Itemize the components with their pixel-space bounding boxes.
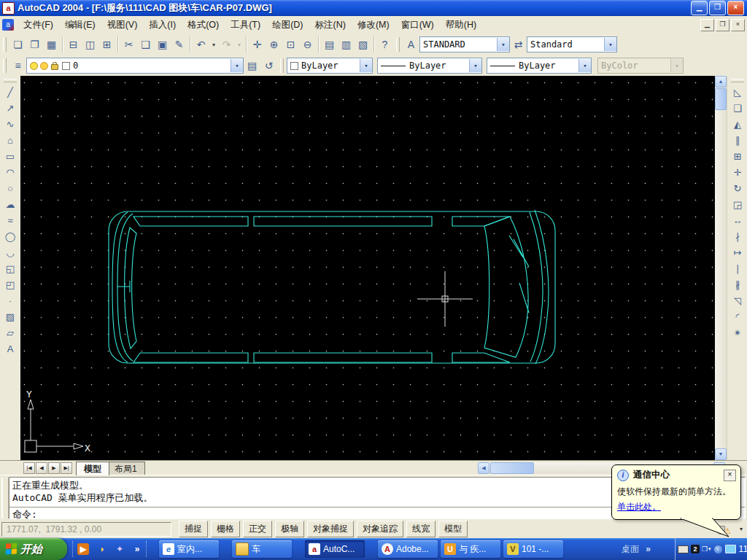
tab-prev-button[interactable]: ◀: [36, 462, 47, 474]
mdi-minimize-button[interactable]: ▁: [700, 19, 714, 31]
mdi-restore-button[interactable]: ❐: [716, 19, 729, 31]
quicklaunch-media-player-icon[interactable]: ▶: [77, 543, 89, 555]
draw-ellipse-arc-button[interactable]: ◡: [1, 244, 19, 260]
toolbar-grip[interactable]: [3, 58, 7, 73]
new-button[interactable]: ❏: [9, 36, 26, 53]
modify-offset-button[interactable]: ∥: [729, 132, 746, 148]
menu-window[interactable]: 窗口(W): [395, 17, 440, 34]
menu-file[interactable]: 文件(F): [18, 17, 59, 34]
draw-make-block-button[interactable]: ◰: [1, 276, 19, 292]
balloon-link[interactable]: 单击此处。: [612, 498, 666, 513]
redo-list-button[interactable]: ▾: [235, 36, 244, 53]
task-autocad[interactable]: a AutoC...: [305, 540, 365, 558]
modify-array-button[interactable]: ⊞: [729, 148, 746, 164]
layer-color-swatch[interactable]: [62, 62, 70, 70]
modify-move-button[interactable]: ✛: [729, 164, 746, 180]
coordinates-readout[interactable]: 1771.07, 1791.32 , 0.00: [1, 522, 171, 537]
print-button[interactable]: ⊟: [65, 36, 82, 53]
status-model-button[interactable]: 模型: [438, 521, 468, 537]
undo-button[interactable]: ↶: [193, 36, 209, 53]
toolbar-grip[interactable]: [4, 79, 17, 82]
toolbar-grip[interactable]: [280, 58, 284, 73]
task-folder-car[interactable]: 车: [232, 540, 292, 558]
desktop-label[interactable]: 桌面: [622, 544, 639, 554]
status-osnap-button[interactable]: 对象捕捉: [307, 521, 354, 537]
vertical-scrollbar[interactable]: ▲ ▼: [715, 76, 727, 460]
hide-tray-icons-button[interactable]: ‹: [713, 545, 723, 554]
minimize-button[interactable]: ▁: [691, 1, 708, 15]
lineweight-combo[interactable]: ByLayer ▾: [487, 58, 592, 74]
toolbar-grip[interactable]: [731, 79, 744, 82]
draw-insert-block-button[interactable]: ◱: [1, 260, 19, 276]
modify-explode-button[interactable]: ✴: [729, 324, 746, 341]
tab-next-button[interactable]: ▶: [48, 462, 60, 474]
menu-draw[interactable]: 绘图(D): [266, 17, 309, 34]
desktop-overflow-icon[interactable]: »: [646, 544, 651, 554]
tab-first-button[interactable]: |◀: [23, 462, 35, 474]
print-preview-button[interactable]: ◫: [82, 36, 98, 53]
tray-dropdown-icon[interactable]: ▾: [708, 546, 711, 552]
status-grid-button[interactable]: 栅格: [211, 521, 240, 537]
draw-revision-cloud-button[interactable]: ☁: [1, 196, 19, 212]
copy-button[interactable]: ❑: [137, 36, 154, 53]
chevron-down-icon[interactable]: ▾: [578, 59, 591, 72]
menu-tools[interactable]: 工具(T): [225, 17, 266, 34]
chevron-down-icon[interactable]: ▾: [469, 59, 481, 72]
vertical-scroll-thumb[interactable]: [715, 88, 727, 110]
status-ortho-button[interactable]: 正交: [243, 521, 272, 537]
menu-help[interactable]: 帮助(H): [440, 17, 482, 34]
layer-lock-icon[interactable]: [51, 64, 58, 70]
status-otrack-button[interactable]: 对象追踪: [357, 521, 403, 537]
properties-button[interactable]: ▤: [321, 36, 338, 53]
network-icon[interactable]: [725, 545, 736, 553]
menu-edit[interactable]: 编辑(E): [59, 17, 101, 34]
undo-list-button[interactable]: ▾: [209, 36, 218, 53]
draw-arc-button[interactable]: ◠: [1, 164, 19, 180]
tool-palettes-button[interactable]: ▧: [355, 36, 371, 53]
draw-construction-line-button[interactable]: ↗: [1, 100, 19, 116]
layer-on-icon[interactable]: [30, 62, 38, 70]
horizontal-scroll-thumb[interactable]: [490, 462, 534, 474]
linetype-combo[interactable]: ByLayer ▾: [377, 58, 482, 74]
chevron-down-icon[interactable]: ▾: [497, 38, 509, 51]
start-button[interactable]: 开始: [0, 538, 67, 560]
layer-previous-button[interactable]: ↺: [260, 58, 277, 74]
zoom-previous-button[interactable]: ⊖: [299, 36, 316, 53]
tray-window-icon[interactable]: ❐: [702, 545, 708, 553]
draw-line-button[interactable]: ╱: [1, 84, 19, 100]
scroll-up-button[interactable]: ▲: [715, 76, 727, 88]
menu-format[interactable]: 格式(O): [182, 17, 225, 34]
menu-dimension[interactable]: 标注(N): [309, 17, 352, 34]
text-style-combo[interactable]: STANDARD ▾: [419, 36, 510, 52]
modify-mirror-button[interactable]: ◭: [729, 116, 746, 132]
toolbar-grip[interactable]: [396, 37, 400, 52]
scroll-down-button[interactable]: ▼: [715, 448, 727, 460]
taskbar-clock[interactable]: 11:47: [739, 544, 747, 554]
modify-extend-button[interactable]: ↦: [729, 244, 746, 260]
draw-region-button[interactable]: ▱: [1, 324, 19, 341]
layer-states-button[interactable]: ▤: [244, 58, 260, 74]
draw-polygon-button[interactable]: ⌂: [1, 132, 19, 148]
draw-point-button[interactable]: ∙: [1, 292, 19, 308]
quicklaunch-overflow-icon[interactable]: »: [130, 542, 144, 556]
task-interior[interactable]: e 室内...: [159, 540, 219, 558]
modify-scale-button[interactable]: ◲: [729, 196, 746, 212]
status-snap-button[interactable]: 捕捉: [179, 521, 208, 537]
draw-ellipse-button[interactable]: ◯: [1, 228, 19, 244]
modify-erase-button[interactable]: ◺: [729, 84, 746, 100]
restore-button[interactable]: ❐: [709, 1, 726, 15]
layer-manager-button[interactable]: ≡: [9, 58, 26, 74]
task-adobe[interactable]: A Adobe...: [378, 540, 438, 558]
help-button[interactable]: ?: [376, 36, 393, 53]
drawing-canvas[interactable]: Y X: [20, 76, 715, 460]
tab-layout1[interactable]: 布局1: [107, 462, 145, 475]
draw-polyline-button[interactable]: ∿: [1, 116, 19, 132]
menu-modify[interactable]: 修改(M): [352, 17, 395, 34]
modify-break-point-button[interactable]: ∣: [729, 260, 746, 276]
zoom-realtime-button[interactable]: ⊕: [266, 36, 282, 53]
quicklaunch-show-desktop-icon[interactable]: ◗: [95, 542, 109, 556]
paste-button[interactable]: ▣: [154, 36, 171, 53]
modify-chamfer-button[interactable]: ◹: [729, 292, 746, 308]
draw-rectangle-button[interactable]: ▭: [1, 148, 19, 164]
layer-combo[interactable]: 0 ▾: [26, 58, 244, 74]
